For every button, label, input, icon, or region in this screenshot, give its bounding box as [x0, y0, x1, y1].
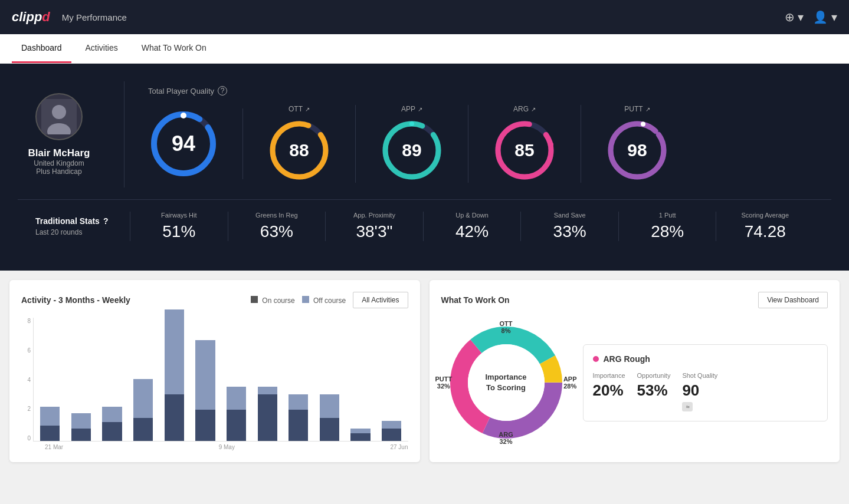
arg-card: ARG Rough Importance 20% Opportunity 53%…	[583, 344, 828, 421]
stat-sandsave-value: 33%	[553, 222, 586, 241]
svg-point-16	[641, 122, 645, 127]
ott-label: OTT ↗	[289, 105, 310, 113]
chart-body: 8 6 4 2 0	[33, 318, 408, 442]
trad-label: Traditional Stats ? Last 20 rounds	[35, 216, 130, 236]
stat-greens-value: 63%	[260, 222, 293, 241]
score-arg: ARG ↗ 85	[468, 105, 581, 183]
score-ott: OTT ↗ 88	[243, 105, 356, 183]
bar-group	[98, 318, 126, 441]
chart-legend: On course Off course	[251, 296, 346, 305]
user-avatar[interactable]: 👤 ▾	[813, 10, 837, 24]
chart-bars	[33, 318, 408, 442]
arg-metrics: Importance 20% Opportunity 53% Shot Qual…	[593, 372, 818, 411]
off-course-bar	[289, 394, 308, 410]
bar-stack	[40, 407, 60, 441]
on-course-bar	[71, 429, 91, 441]
on-course-legend: On course	[251, 296, 295, 305]
stat-fairways-value: 51%	[162, 222, 195, 241]
bar-stack	[289, 394, 308, 441]
off-course-bar	[195, 340, 215, 410]
ott-value: 88	[289, 140, 309, 160]
ott-gauge: 88	[267, 118, 332, 183]
all-activities-button[interactable]: All Activities	[353, 292, 408, 308]
on-course-bar	[227, 410, 246, 441]
bottom-panels: Activity - 3 Months - Weekly On course O…	[0, 271, 849, 472]
player-country: United Kingdom	[34, 159, 84, 167]
bar-group	[346, 318, 375, 441]
quality-label: Total Player Quality ?	[148, 86, 831, 95]
app-arrow: ↗	[418, 106, 422, 113]
off-course-bar	[165, 309, 184, 394]
work-header: What To Work On View Dashboard	[441, 292, 828, 308]
on-course-bar	[258, 394, 277, 441]
stat-updown-label: Up & Down	[455, 212, 489, 219]
bar-stack	[258, 387, 277, 441]
stat-greens-label: Greens In Reg	[255, 212, 298, 219]
ott-arrow: ↗	[305, 106, 310, 113]
stat-fairways-label: Fairways Hit	[161, 212, 197, 219]
on-course-bar	[40, 426, 60, 441]
arg-metric-importance: Importance 20%	[593, 372, 625, 411]
app-value: 89	[402, 140, 421, 160]
off-course-bar	[258, 387, 277, 394]
trad-title: Traditional Stats ?	[35, 216, 130, 226]
work-title: What To Work On	[441, 295, 510, 305]
on-course-bar	[133, 418, 153, 441]
tab-dashboard[interactable]: Dashboard	[12, 34, 71, 63]
hero-top: Blair McHarg United Kingdom Plus Handica…	[18, 81, 831, 187]
on-course-bar	[382, 429, 401, 441]
stat-greens: Greens In Reg 63%	[228, 212, 326, 241]
help-icon[interactable]: ?	[218, 86, 227, 95]
bar-stack	[350, 429, 370, 441]
stat-sandsave-label: Sand Save	[554, 212, 586, 219]
on-course-dot	[251, 296, 258, 303]
bar-stack	[195, 340, 215, 441]
tab-activities[interactable]: Activities	[76, 34, 127, 63]
bar-stack	[133, 379, 153, 441]
total-score-value: 94	[172, 131, 195, 156]
bar-group	[316, 318, 344, 441]
svg-point-13	[549, 142, 553, 147]
divider	[124, 81, 124, 187]
bar-group	[253, 318, 281, 441]
activity-panel: Activity - 3 Months - Weekly On course O…	[9, 280, 420, 462]
tab-what-to-work-on[interactable]: What To Work On	[132, 34, 216, 63]
bar-group	[36, 318, 64, 441]
svg-point-21	[468, 344, 545, 421]
putt-gauge: 98	[605, 118, 670, 183]
chart-inner: 8 6 4 2 0 21 Mar 9 May 27 Jun	[21, 318, 408, 450]
chart-title: Activity - 3 Months - Weekly	[21, 295, 130, 305]
player-info: Blair McHarg United Kingdom Plus Handica…	[18, 93, 100, 176]
header-title: My Performance	[62, 12, 127, 22]
avatar	[35, 93, 83, 140]
arg-label: ARG ↗	[513, 105, 536, 113]
off-course-bar	[71, 413, 91, 429]
bar-group	[191, 318, 219, 441]
putt-label: PUTT ↗	[624, 105, 650, 113]
putt-donut-label: PUTT32%	[435, 375, 453, 390]
arg-arrow: ↗	[531, 106, 536, 113]
bar-stack	[165, 309, 184, 441]
ott-donut-label: OTT8%	[500, 320, 513, 334]
view-dashboard-button[interactable]: View Dashboard	[758, 292, 828, 308]
work-panel: What To Work On View Dashboard O	[430, 280, 840, 462]
tabs: Dashboard Activities What To Work On	[0, 34, 849, 64]
bar-stack	[320, 394, 339, 441]
add-icon[interactable]: ⊕ ▾	[785, 10, 804, 24]
off-course-bar	[320, 394, 339, 418]
shot-quality-badge: ≈	[682, 402, 693, 411]
on-course-bar	[350, 433, 370, 441]
header-left: clippd My Performance	[12, 9, 127, 25]
putt-value: 98	[627, 140, 647, 160]
work-content: OTT8% APP28% ARG32% PUTT32% Importance T…	[441, 318, 828, 447]
stat-1putt-value: 28%	[651, 222, 684, 241]
chart-controls: On course Off course All Activities	[251, 292, 408, 308]
quality-section: Total Player Quality ? 94	[148, 86, 831, 183]
off-course-bar	[133, 379, 153, 418]
on-course-bar	[289, 410, 308, 441]
stat-1putt: 1 Putt 28%	[618, 212, 716, 241]
bar-group	[129, 318, 158, 441]
stat-proximity-value: 38'3"	[356, 222, 392, 241]
trad-sub: Last 20 rounds	[35, 228, 130, 236]
trad-help-icon[interactable]: ?	[103, 216, 109, 226]
